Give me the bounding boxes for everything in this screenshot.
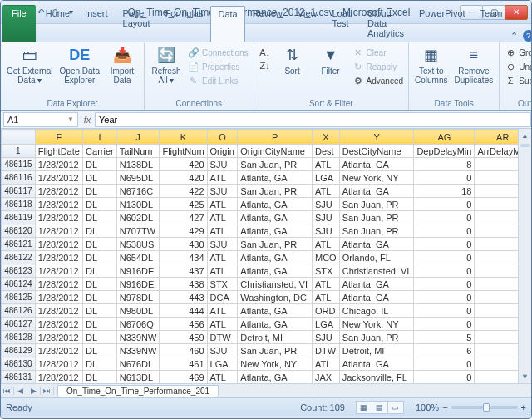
cell[interactable]: N339NW (116, 344, 160, 357)
sort-desc-button[interactable]: Z↓ (258, 59, 273, 72)
cell[interactable]: 438 (160, 278, 207, 291)
cell[interactable]: SJU (207, 344, 238, 357)
cell[interactable]: JAX (313, 371, 340, 384)
tab-powerpivot[interactable]: PowerPivot (411, 5, 473, 42)
cell[interactable]: 1/28/2012 (35, 331, 82, 344)
cell[interactable]: SJU (207, 185, 238, 198)
tab-review[interactable]: Review (245, 5, 290, 42)
column-header[interactable]: Y (339, 130, 414, 145)
row-header[interactable]: 486123 (2, 264, 36, 278)
cell[interactable]: DL (83, 278, 117, 291)
row-header[interactable]: 486128 (2, 331, 36, 344)
cell[interactable]: 443 (160, 291, 207, 304)
cell[interactable]: N654DL (116, 251, 160, 264)
scroll-thumb[interactable] (520, 144, 530, 147)
row-header[interactable]: 486121 (2, 238, 36, 251)
cell[interactable]: DL (83, 344, 117, 357)
cell[interactable]: 434 (160, 251, 207, 264)
cell[interactable]: DL (83, 238, 117, 251)
column-header[interactable]: F (35, 130, 82, 145)
cell[interactable]: 1/28/2012 (35, 171, 82, 185)
cell[interactable]: FlightDate (35, 145, 82, 158)
connections-button[interactable]: 🔗Connections (186, 46, 250, 59)
cell[interactable]: N602DL (116, 211, 160, 224)
normal-view-button[interactable]: ▦ (356, 401, 372, 414)
cell[interactable]: Atlanta, GA (238, 224, 313, 238)
cell[interactable]: ATL (207, 318, 238, 331)
cell[interactable]: Carrier (83, 145, 117, 158)
cell[interactable]: Detroit, MI (339, 344, 414, 357)
cell[interactable]: DL (83, 264, 117, 278)
cell[interactable]: Atlanta, GA (238, 198, 313, 211)
cell[interactable]: STX (207, 278, 238, 291)
row-header[interactable]: 486127 (2, 318, 36, 331)
row-header[interactable]: 486129 (2, 344, 36, 357)
cell[interactable]: Atlanta, GA (238, 318, 313, 331)
tab-data[interactable]: Data (210, 6, 244, 42)
row-header[interactable]: 486119 (2, 211, 36, 224)
scroll-up-icon[interactable]: ▲ (519, 129, 531, 142)
column-header[interactable]: O (207, 130, 238, 145)
cell[interactable]: Chicago, IL (339, 304, 414, 318)
cell[interactable]: 0 (414, 357, 475, 371)
cell[interactable]: N980DL (116, 304, 160, 318)
row-header[interactable]: 486124 (2, 278, 36, 291)
cell[interactable]: 1/28/2012 (35, 198, 82, 211)
cell[interactable]: Atlanta, GA (238, 264, 313, 278)
cell[interactable]: DL (83, 291, 117, 304)
cell[interactable]: FlightNum (160, 145, 207, 158)
cell[interactable]: DL (83, 357, 117, 371)
row-header[interactable]: 486117 (2, 185, 36, 198)
cell[interactable]: DL (83, 185, 117, 198)
column-header[interactable]: AG (414, 130, 475, 145)
cell[interactable]: N538US (116, 238, 160, 251)
sheet-nav-next-icon[interactable]: ▶ (27, 387, 41, 395)
cell[interactable]: N695DL (116, 171, 160, 185)
sheet-tab[interactable]: On_Time_On_Time_Performance_201 (57, 385, 219, 397)
row-header[interactable]: 486115 (2, 158, 36, 171)
cell[interactable]: 6 (414, 344, 475, 357)
cell[interactable]: 460 (160, 344, 207, 357)
cell[interactable]: STX (313, 264, 340, 278)
ungroup-button[interactable]: ⊖Ungroup ▾ (503, 60, 532, 73)
cell[interactable]: 0 (414, 371, 475, 384)
cell[interactable]: Atlanta, GA (238, 371, 313, 384)
fx-icon[interactable]: fx (80, 115, 95, 125)
sheet-nav-prev-icon[interactable]: ◀ (14, 387, 27, 395)
cell[interactable]: 18 (414, 185, 475, 198)
cell[interactable]: Christiansted, VI (238, 278, 313, 291)
vertical-scrollbar[interactable]: ▲ ▼ (518, 129, 531, 383)
cell[interactable]: DCA (207, 291, 238, 304)
cell[interactable]: ORD (313, 304, 340, 318)
column-header[interactable]: J (116, 130, 160, 145)
name-box[interactable]: A1▼ (3, 112, 78, 127)
cell[interactable]: Atlanta, GA (238, 251, 313, 264)
cell[interactable]: 1/28/2012 (35, 264, 82, 278)
tab-formulas[interactable]: Formulas (158, 5, 211, 42)
cell[interactable]: 0 (414, 171, 475, 185)
cell[interactable]: ATL (313, 158, 340, 171)
cell[interactable]: 1/28/2012 (35, 304, 82, 318)
cell[interactable]: 1/28/2012 (35, 251, 82, 264)
cell[interactable]: 1/28/2012 (35, 211, 82, 224)
cell[interactable]: ATL (313, 278, 340, 291)
cell[interactable]: N916DE (116, 264, 160, 278)
cell[interactable]: 0 (414, 224, 475, 238)
cell[interactable]: 429 (160, 224, 207, 238)
tab-team[interactable]: Team (473, 5, 510, 42)
row-header[interactable]: 486126 (2, 304, 36, 318)
remove-duplicates-button[interactable]: ≡Remove Duplicates (452, 44, 496, 86)
cell[interactable]: ATL (207, 251, 238, 264)
cell[interactable]: N6706Q (116, 318, 160, 331)
cell[interactable]: Jacksonville, FL (339, 371, 414, 384)
cell[interactable]: DL (83, 304, 117, 318)
cell[interactable]: 1/28/2012 (35, 224, 82, 238)
cell[interactable]: Atlanta, GA (339, 158, 414, 171)
cell[interactable]: N707TW (116, 224, 160, 238)
cell[interactable]: Atlanta, GA (339, 185, 414, 198)
row-header[interactable]: 486125 (2, 291, 36, 304)
cell[interactable]: New York, NY (339, 171, 414, 185)
cell[interactable]: DL (83, 211, 117, 224)
cell[interactable]: N676DL (116, 357, 160, 371)
cell[interactable]: DL (83, 198, 117, 211)
